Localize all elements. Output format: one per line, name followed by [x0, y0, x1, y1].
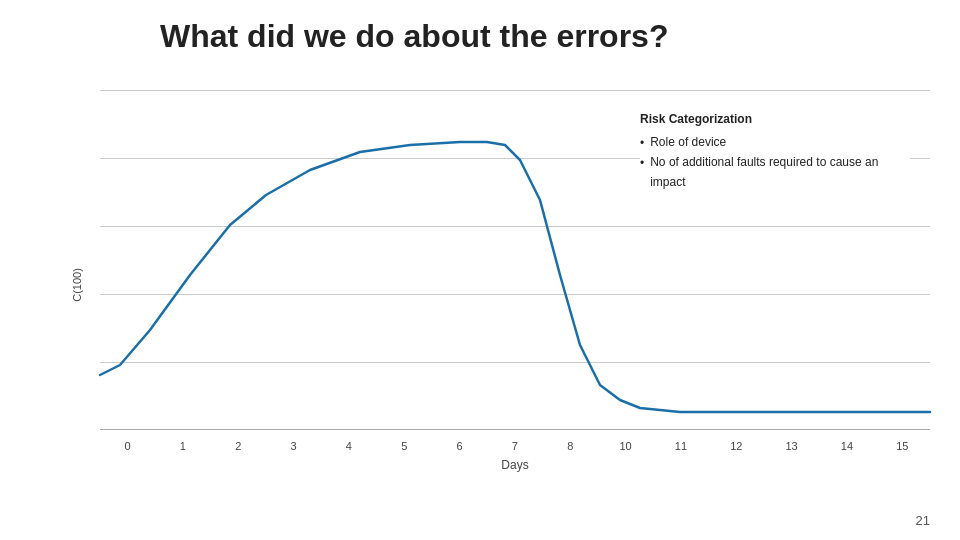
x-axis-days-label: Days — [501, 458, 528, 472]
bullet-2: • — [640, 154, 644, 173]
x-label-14: 14 — [819, 440, 874, 452]
x-label-8: 8 — [543, 440, 598, 452]
x-label-4: 4 — [321, 440, 376, 452]
x-label-10: 10 — [598, 440, 653, 452]
page-title: What did we do about the errors? — [160, 18, 668, 55]
x-label-15: 15 — [875, 440, 930, 452]
y-axis-label: C(100) — [71, 268, 83, 302]
x-label-6: 6 — [432, 440, 487, 452]
annotation-title: Risk Categorization — [640, 110, 910, 129]
page-number: 21 — [916, 513, 930, 528]
x-label-3: 3 — [266, 440, 321, 452]
x-label-13: 13 — [764, 440, 819, 452]
annotation-box: Risk Categorization • Role of device • N… — [640, 110, 910, 192]
x-labels: 0 1 2 3 4 5 6 7 8 10 11 12 13 14 15 — [100, 440, 930, 452]
x-label-7: 7 — [487, 440, 542, 452]
x-label-1: 1 — [155, 440, 210, 452]
x-label-12: 12 — [709, 440, 764, 452]
annotation-text-1: Role of device — [650, 133, 726, 152]
x-label-0: 0 — [100, 440, 155, 452]
x-label-2: 2 — [211, 440, 266, 452]
bullet-1: • — [640, 134, 644, 153]
chart-area: C(100) 0 1 2 3 4 5 6 7 8 10 11 12 13 — [60, 90, 930, 480]
x-label-5: 5 — [377, 440, 432, 452]
annotation-item-2: • No of additional faults required to ca… — [640, 153, 910, 191]
x-label-11: 11 — [653, 440, 708, 452]
annotation-item-1: • Role of device — [640, 133, 910, 153]
annotation-text-2: No of additional faults required to caus… — [650, 153, 910, 191]
